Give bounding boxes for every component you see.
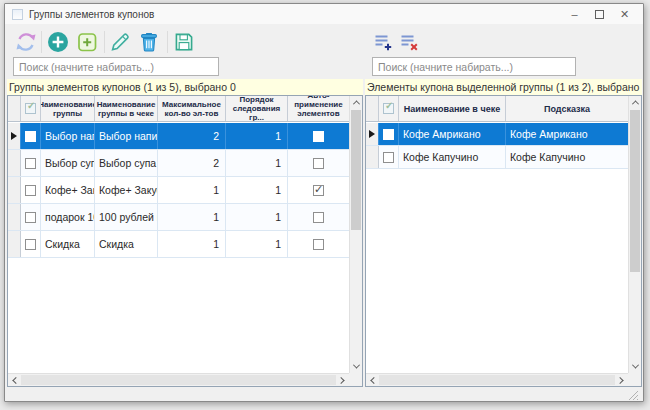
row-checkbox-cell[interactable] [21, 204, 41, 230]
edit-icon [108, 30, 132, 54]
select-all-checkbox[interactable] [21, 96, 41, 121]
cell-auto-apply[interactable] [288, 123, 349, 149]
resize-grip[interactable] [628, 387, 639, 398]
row-checkbox-cell[interactable] [21, 150, 41, 176]
toolbar-separator [41, 31, 42, 53]
row-checkbox [25, 239, 36, 250]
scroll-up-button[interactable] [629, 96, 642, 109]
delete-button[interactable] [137, 30, 161, 54]
cell-auto-apply[interactable] [288, 150, 349, 176]
cell-order: 1 [226, 177, 288, 203]
auto-apply-checkbox [313, 185, 324, 196]
save-button[interactable] [172, 30, 196, 54]
row-indicator [366, 123, 379, 145]
title-bar[interactable]: Группы элементов купонов – ✕ [5, 4, 643, 24]
chevron-right-icon [617, 377, 624, 384]
save-icon [172, 30, 196, 54]
refresh-icon [14, 30, 38, 54]
row-checkbox-cell[interactable] [21, 177, 41, 203]
row-checkbox [25, 158, 36, 169]
cell-max: 1 [158, 177, 226, 203]
cell-hint: Кофе Капучино [506, 146, 628, 168]
table-row[interactable]: Выбор напитка ... Выбор напитка ... 2 1 [8, 123, 349, 150]
cell-name: Кофе Амрикано [399, 123, 506, 145]
column-header-name[interactable]: Наименование группы [41, 96, 95, 121]
column-header-auto-apply[interactable]: Авто-применение элементов группы [288, 96, 349, 121]
table-row[interactable]: Выбор супа по к... Выбор супа по к... 2 … [8, 150, 349, 177]
auto-apply-checkbox [313, 239, 324, 250]
minimize-button[interactable]: – [562, 5, 587, 23]
maximize-icon [595, 10, 604, 19]
cell-max: 1 [158, 231, 226, 257]
cell-auto-apply[interactable] [288, 204, 349, 230]
horizontal-scrollbar [366, 373, 628, 386]
remove-items-button[interactable] [399, 32, 420, 53]
scrollbar-corner [628, 373, 641, 386]
window-title: Группы элементов купонов [29, 9, 154, 20]
column-header-max-count[interactable]: Максимальное кол-во эл-тов [158, 96, 226, 121]
cell-auto-apply[interactable] [288, 177, 349, 203]
right-info-bar: Элементы купона выделенной группы (1 из … [365, 79, 642, 95]
chevron-down-icon [353, 362, 360, 369]
table-row[interactable]: Кофе+ Закусь в ... Кофе+ Закусь в ... 1 … [8, 177, 349, 204]
vertical-scrollbar-thumb[interactable] [630, 110, 640, 272]
scroll-right-button[interactable] [336, 374, 349, 387]
cell-max: 2 [158, 123, 226, 149]
column-header-hint[interactable]: Подсказка [506, 96, 628, 121]
current-row-arrow-icon [11, 132, 17, 140]
cell-auto-apply[interactable] [288, 231, 349, 257]
column-header-order[interactable]: Порядок следования гр... [226, 96, 288, 121]
cell-max: 1 [158, 204, 226, 230]
cell-order: 1 [226, 231, 288, 257]
header-indicator-cell [8, 96, 21, 121]
scroll-left-button[interactable] [8, 374, 21, 387]
table-row[interactable]: Кофе Амрикано Кофе Амрикано [366, 123, 628, 146]
table-row[interactable]: подарок 100руб. 100 рублей в по... 1 1 [8, 204, 349, 231]
row-checkbox-cell[interactable] [379, 123, 399, 145]
elements-table-header: Наименование в чеке Подсказка [366, 96, 628, 122]
table-row[interactable]: Кофе Капучино Кофе Капучино [366, 146, 628, 169]
refresh-button[interactable] [14, 30, 38, 54]
row-checkbox-cell[interactable] [21, 123, 41, 149]
trash-icon [137, 30, 161, 54]
table-row[interactable]: Скидка Скидка 1 1 [8, 231, 349, 258]
toolbar-separator [104, 31, 105, 53]
cell-name: Скидка [41, 231, 95, 257]
row-checkbox-cell[interactable] [379, 146, 399, 168]
horizontal-scrollbar-thumb[interactable] [379, 375, 615, 385]
cell-max: 2 [158, 150, 226, 176]
search-input-right[interactable] [372, 57, 576, 76]
scroll-right-button[interactable] [615, 374, 628, 387]
vertical-scrollbar-thumb[interactable] [351, 110, 361, 230]
app-window: Группы элементов купонов – ✕ [4, 3, 644, 402]
select-all-check-icon [25, 103, 36, 114]
edit-button[interactable] [108, 30, 132, 54]
row-checkbox [383, 152, 394, 163]
column-header-name-receipt[interactable]: Наименование в чеке [399, 96, 506, 121]
row-checkbox-cell[interactable] [21, 231, 41, 257]
search-input[interactable] [13, 57, 219, 76]
add-items-icon [373, 32, 394, 53]
row-indicator [8, 231, 21, 257]
window-controls: – ✕ [562, 5, 637, 23]
remove-items-icon [399, 32, 420, 53]
add-button[interactable] [46, 30, 70, 54]
column-header-name-receipt[interactable]: Наименование группы в чеке [95, 96, 158, 121]
row-indicator [366, 146, 379, 168]
cell-order: 1 [226, 204, 288, 230]
maximize-button[interactable] [587, 5, 612, 23]
row-indicator [8, 123, 21, 149]
row-checkbox [25, 212, 36, 223]
current-row-arrow-icon [369, 130, 375, 138]
scroll-down-button[interactable] [629, 360, 642, 373]
add-items-button[interactable] [373, 32, 394, 53]
close-button[interactable]: ✕ [612, 5, 637, 23]
vertical-scrollbar [349, 96, 362, 373]
horizontal-scrollbar-thumb[interactable] [21, 375, 336, 385]
groups-table-header: Наименование группы Наименование группы … [8, 96, 349, 122]
scroll-left-button[interactable] [366, 374, 379, 387]
cell-receipt: 100 рублей в по... [95, 204, 158, 230]
cell-name: Выбор супа по к... [41, 150, 95, 176]
add-copy-button[interactable] [75, 30, 99, 54]
select-all-checkbox[interactable] [379, 96, 399, 121]
